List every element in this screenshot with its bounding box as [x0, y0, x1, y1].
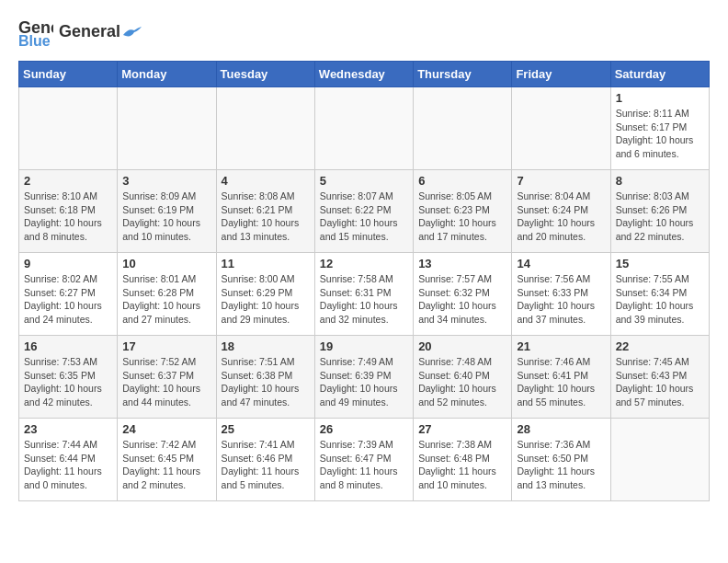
logo-icon: General Blue [18, 15, 53, 50]
calendar-cell: 10Sunrise: 8:01 AM Sunset: 6:28 PM Dayli… [118, 253, 216, 336]
day-number: 15 [616, 257, 704, 270]
day-info: Sunrise: 7:42 AM Sunset: 6:45 PM Dayligh… [122, 438, 210, 492]
calendar-cell: 15Sunrise: 7:55 AM Sunset: 6:34 PM Dayli… [610, 253, 709, 336]
calendar-cell [19, 87, 118, 170]
calendar-cell: 8Sunrise: 8:03 AM Sunset: 6:26 PM Daylig… [610, 170, 709, 253]
day-number: 1 [616, 91, 704, 105]
calendar-cell: 27Sunrise: 7:38 AM Sunset: 6:48 PM Dayli… [414, 419, 512, 501]
day-info: Sunrise: 8:01 AM Sunset: 6:28 PM Dayligh… [122, 272, 210, 327]
day-number: 12 [320, 257, 408, 270]
calendar-cell: 28Sunrise: 7:36 AM Sunset: 6:50 PM Dayli… [512, 419, 610, 501]
day-number: 27 [418, 422, 506, 436]
calendar-week-row: 1Sunrise: 8:11 AM Sunset: 6:17 PM Daylig… [19, 87, 710, 170]
calendar-cell [314, 87, 413, 170]
calendar-cell: 25Sunrise: 7:41 AM Sunset: 6:46 PM Dayli… [216, 419, 314, 501]
calendar-cell: 23Sunrise: 7:44 AM Sunset: 6:44 PM Dayli… [19, 419, 118, 501]
calendar-cell: 7Sunrise: 8:04 AM Sunset: 6:24 PM Daylig… [512, 170, 610, 253]
day-info: Sunrise: 8:00 AM Sunset: 6:29 PM Dayligh… [222, 272, 310, 327]
day-number: 3 [122, 174, 210, 188]
calendar-cell: 12Sunrise: 7:58 AM Sunset: 6:31 PM Dayli… [314, 253, 413, 336]
calendar-week-row: 23Sunrise: 7:44 AM Sunset: 6:44 PM Dayli… [19, 419, 710, 501]
calendar-week-row: 16Sunrise: 7:53 AM Sunset: 6:35 PM Dayli… [19, 336, 710, 419]
svg-text:Blue: Blue [18, 33, 51, 49]
weekday-header: Friday [512, 62, 610, 87]
calendar-cell [216, 87, 314, 170]
day-info: Sunrise: 7:57 AM Sunset: 6:32 PM Dayligh… [418, 272, 506, 327]
calendar-cell: 18Sunrise: 7:51 AM Sunset: 6:38 PM Dayli… [216, 336, 314, 419]
calendar-cell: 19Sunrise: 7:49 AM Sunset: 6:39 PM Dayli… [314, 336, 413, 419]
day-info: Sunrise: 8:11 AM Sunset: 6:17 PM Dayligh… [616, 107, 704, 161]
day-info: Sunrise: 8:02 AM Sunset: 6:27 PM Dayligh… [24, 272, 112, 327]
calendar-cell [414, 87, 512, 170]
day-number: 14 [517, 257, 605, 270]
calendar-cell: 24Sunrise: 7:42 AM Sunset: 6:45 PM Dayli… [118, 419, 216, 501]
calendar-cell: 11Sunrise: 8:00 AM Sunset: 6:29 PM Dayli… [216, 253, 314, 336]
day-number: 9 [24, 257, 112, 270]
day-number: 8 [616, 174, 704, 188]
calendar-cell: 17Sunrise: 7:52 AM Sunset: 6:37 PM Dayli… [118, 336, 216, 419]
day-number: 19 [320, 339, 408, 353]
weekday-header: Wednesday [314, 62, 413, 87]
day-info: Sunrise: 7:48 AM Sunset: 6:40 PM Dayligh… [418, 355, 506, 409]
weekday-header: Thursday [414, 62, 512, 87]
day-number: 26 [320, 422, 408, 436]
day-number: 17 [122, 339, 210, 353]
day-number: 16 [24, 339, 112, 353]
weekday-header: Monday [118, 62, 216, 87]
day-number: 18 [222, 339, 310, 353]
day-info: Sunrise: 7:55 AM Sunset: 6:34 PM Dayligh… [616, 272, 704, 327]
calendar-table: SundayMondayTuesdayWednesdayThursdayFrid… [18, 61, 710, 501]
day-info: Sunrise: 7:38 AM Sunset: 6:48 PM Dayligh… [418, 438, 506, 492]
day-info: Sunrise: 7:46 AM Sunset: 6:41 PM Dayligh… [517, 355, 605, 409]
calendar-cell: 4Sunrise: 8:08 AM Sunset: 6:21 PM Daylig… [216, 170, 314, 253]
calendar-cell: 21Sunrise: 7:46 AM Sunset: 6:41 PM Dayli… [512, 336, 610, 419]
day-info: Sunrise: 8:10 AM Sunset: 6:18 PM Dayligh… [24, 190, 112, 244]
day-info: Sunrise: 8:07 AM Sunset: 6:22 PM Dayligh… [320, 190, 408, 244]
day-number: 7 [517, 174, 605, 188]
calendar-cell [118, 87, 216, 170]
day-info: Sunrise: 8:09 AM Sunset: 6:19 PM Dayligh… [122, 190, 210, 244]
calendar-cell: 14Sunrise: 7:56 AM Sunset: 6:33 PM Dayli… [512, 253, 610, 336]
day-info: Sunrise: 7:45 AM Sunset: 6:43 PM Dayligh… [616, 355, 704, 409]
day-info: Sunrise: 8:05 AM Sunset: 6:23 PM Dayligh… [418, 190, 506, 244]
day-info: Sunrise: 7:53 AM Sunset: 6:35 PM Dayligh… [24, 355, 112, 409]
day-info: Sunrise: 8:03 AM Sunset: 6:26 PM Dayligh… [616, 190, 704, 244]
calendar-cell: 26Sunrise: 7:39 AM Sunset: 6:47 PM Dayli… [314, 419, 413, 501]
day-number: 22 [616, 339, 704, 353]
calendar-cell: 13Sunrise: 7:57 AM Sunset: 6:32 PM Dayli… [414, 253, 512, 336]
calendar-cell [610, 419, 709, 501]
weekday-header: Tuesday [216, 62, 314, 87]
calendar-cell: 3Sunrise: 8:09 AM Sunset: 6:19 PM Daylig… [118, 170, 216, 253]
day-number: 20 [418, 339, 506, 353]
logo-general: General [59, 23, 142, 41]
day-number: 21 [517, 339, 605, 353]
day-info: Sunrise: 7:52 AM Sunset: 6:37 PM Dayligh… [122, 355, 210, 409]
calendar-week-row: 2Sunrise: 8:10 AM Sunset: 6:18 PM Daylig… [19, 170, 710, 253]
day-info: Sunrise: 7:49 AM Sunset: 6:39 PM Dayligh… [320, 355, 408, 409]
day-info: Sunrise: 7:44 AM Sunset: 6:44 PM Dayligh… [24, 438, 112, 492]
day-number: 6 [418, 174, 506, 188]
day-info: Sunrise: 7:36 AM Sunset: 6:50 PM Dayligh… [517, 438, 605, 492]
calendar-week-row: 9Sunrise: 8:02 AM Sunset: 6:27 PM Daylig… [19, 253, 710, 336]
day-info: Sunrise: 8:04 AM Sunset: 6:24 PM Dayligh… [517, 190, 605, 244]
calendar-cell: 1Sunrise: 8:11 AM Sunset: 6:17 PM Daylig… [610, 87, 709, 170]
day-number: 13 [418, 257, 506, 270]
calendar-header-row: SundayMondayTuesdayWednesdayThursdayFrid… [19, 62, 710, 87]
day-info: Sunrise: 8:08 AM Sunset: 6:21 PM Dayligh… [222, 190, 310, 244]
weekday-header: Saturday [610, 62, 709, 87]
page-container: General Blue General SundayMondayTuesday… [0, 0, 728, 516]
day-info: Sunrise: 7:51 AM Sunset: 6:38 PM Dayligh… [222, 355, 310, 409]
day-number: 11 [222, 257, 310, 270]
calendar-cell: 9Sunrise: 8:02 AM Sunset: 6:27 PM Daylig… [19, 253, 118, 336]
page-header: General Blue General [18, 15, 710, 50]
calendar-cell: 16Sunrise: 7:53 AM Sunset: 6:35 PM Dayli… [19, 336, 118, 419]
logo: General Blue General [18, 15, 142, 50]
weekday-header: Sunday [19, 62, 118, 87]
day-info: Sunrise: 7:39 AM Sunset: 6:47 PM Dayligh… [320, 438, 408, 492]
calendar-cell: 22Sunrise: 7:45 AM Sunset: 6:43 PM Dayli… [610, 336, 709, 419]
logo-bird-icon [121, 26, 142, 39]
calendar-cell: 20Sunrise: 7:48 AM Sunset: 6:40 PM Dayli… [414, 336, 512, 419]
day-number: 2 [24, 174, 112, 188]
day-number: 25 [222, 422, 310, 436]
calendar-cell: 5Sunrise: 8:07 AM Sunset: 6:22 PM Daylig… [314, 170, 413, 253]
